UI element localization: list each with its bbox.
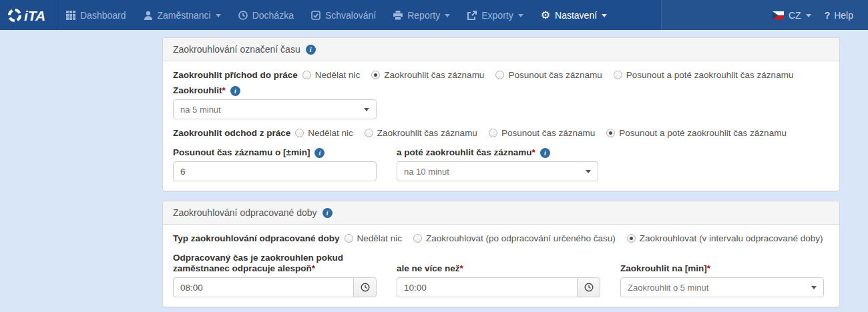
app-logo[interactable]: iTA	[0, 0, 57, 30]
radio-option[interactable]: Zaokrouhlit čas záznamu	[365, 128, 477, 138]
radio-option[interactable]: Posunout čas záznamu	[489, 128, 595, 138]
chevron-down-icon	[602, 14, 607, 17]
radio-option-label: Nedělat nic	[357, 233, 403, 243]
max-worked-label: ale ne více než*	[397, 263, 600, 274]
svg-text:iTA: iTA	[24, 8, 45, 23]
radio-option-label: Posunout a poté zaokrouhlit čas záznamu	[626, 70, 794, 80]
max-worked-time-input[interactable]	[397, 277, 577, 297]
clock-icon	[361, 283, 370, 292]
radio-option[interactable]: Nedělat nic	[295, 128, 353, 138]
round-to-select[interactable]: Zaokrouhlit o 5 minut	[620, 277, 824, 297]
radio-button[interactable]	[489, 129, 497, 137]
gear-icon: ⚙	[541, 10, 550, 21]
nav-item-zamestnanci[interactable]: Zaměstnanci	[135, 0, 230, 30]
radio-option[interactable]: Posunout a poté zaokrouhlit čas záznamu	[614, 70, 794, 80]
chevron-down-icon	[586, 170, 591, 173]
nav-label: Exporty	[481, 10, 513, 21]
min-worked-column: Odpracovaný čas je zaokrouhlen pokud zam…	[173, 247, 377, 297]
radio-option-label: Posunout čas záznamu	[508, 70, 602, 80]
then-round-select[interactable]: na 10 minut	[397, 161, 598, 181]
min-worked-time-input[interactable]	[173, 277, 353, 297]
panel-body: Typ zaokrouhlování odpracované doby Nedě…	[163, 225, 839, 307]
radio-button[interactable]	[302, 71, 311, 79]
radio-option[interactable]: Zaokrouhlovat (v intervalu odpracované d…	[627, 233, 823, 243]
required-asterisk: *	[460, 263, 463, 273]
radio-option[interactable]: Zaokrouhlit čas záznamu	[371, 70, 484, 80]
help-link[interactable]: Help	[825, 10, 853, 21]
radio-option-label: Zaokrouhlit čas záznamu	[377, 128, 477, 138]
round-label: Zaokrouhlit*	[173, 85, 829, 96]
nav-label: Reporty	[407, 10, 440, 21]
clock-icon	[238, 11, 248, 20]
logo-icon: iTA	[7, 7, 50, 24]
required-asterisk: *	[707, 263, 710, 273]
info-icon[interactable]	[314, 148, 324, 158]
info-icon[interactable]	[540, 148, 550, 158]
nav-label: Dashboard	[80, 10, 126, 21]
shift-minutes-input[interactable]	[173, 161, 377, 181]
worked-time-settings-columns: Odpracovaný čas je zaokrouhlen pokud zam…	[173, 247, 829, 297]
required-asterisk: *	[222, 85, 226, 95]
then-round-select-value: na 10 minut	[404, 167, 449, 177]
shift-column: Posunout čas záznamu o [±min]	[173, 142, 377, 181]
required-asterisk: *	[312, 263, 315, 273]
help-label: Help	[834, 10, 853, 21]
radio-option-label: Nedělat nic	[315, 70, 361, 80]
round-select-value: na 5 minut	[180, 105, 221, 115]
question-icon	[825, 10, 831, 21]
radio-button[interactable]	[365, 129, 373, 137]
nav-label: Docházka	[252, 10, 294, 21]
worked-time-type-label: Typ zaokrouhlování odpracované doby	[173, 233, 340, 243]
navbar-right-section: CZ Help	[661, 0, 868, 30]
top-navbar: iTA Dashboard Zaměstnanci Docházka	[0, 0, 868, 30]
min-worked-time-group	[173, 277, 377, 297]
radio-option[interactable]: Nedělat nic	[345, 233, 403, 243]
radio-option-label: Posunout čas záznamu	[501, 128, 595, 138]
radio-option-label: Zaokrouhlovat (v intervalu odpracované d…	[640, 233, 823, 243]
nav-item-dochazka[interactable]: Docházka	[230, 0, 302, 30]
language-switcher[interactable]: CZ	[773, 10, 811, 21]
radio-button-selected[interactable]	[606, 129, 615, 137]
info-icon[interactable]	[322, 208, 333, 218]
radio-button[interactable]	[295, 129, 304, 137]
panel-header: Zaokrouhlování označení času	[163, 38, 839, 61]
arrival-rounding-options: Nedělat nicZaokrouhlit čas záznamuPosuno…	[298, 70, 794, 80]
radio-option-label: Posunout a poté zaokrouhlit čas záznamu	[619, 128, 787, 138]
max-worked-clock-button[interactable]	[577, 277, 600, 297]
departure-settings-columns: Posunout čas záznamu o [±min] a poté zao…	[173, 142, 829, 181]
radio-option[interactable]: Zaokrouhlovat (po odpracování určeného č…	[413, 233, 616, 243]
radio-option-label: Nedělat nic	[308, 128, 353, 138]
check-square-icon	[311, 11, 320, 20]
info-icon[interactable]	[306, 45, 316, 55]
nav-item-schvalovani[interactable]: Schvalování	[302, 0, 385, 30]
settings-page: Zaokrouhlování označení času Zaokrouhlit…	[0, 30, 868, 312]
nav-item-nastaveni[interactable]: ⚙ Nastavení	[532, 0, 616, 30]
radio-button[interactable]	[345, 234, 353, 243]
radio-option[interactable]: Posunout čas záznamu	[495, 70, 602, 80]
departure-rounding-row: Zaokrouhlit odchod z práce Nedělat nicZa…	[173, 128, 829, 138]
panel-worked-time-rounding: Zaokrouhlování odpracované doby Typ zaok…	[162, 201, 840, 307]
radio-option[interactable]: Posunout a poté zaokrouhlit čas záznamu	[606, 128, 787, 138]
radio-option-label: Zaokrouhlovat (po odpracování určeného č…	[426, 233, 616, 243]
user-icon	[144, 11, 153, 20]
chevron-down-icon	[811, 286, 817, 289]
round-to-select-value: Zaokrouhlit o 5 minut	[628, 283, 708, 293]
radio-button[interactable]	[413, 234, 422, 243]
departure-rounding-options: Nedělat nicZaokrouhlit čas záznamuPosuno…	[290, 128, 787, 138]
radio-button-selected[interactable]	[371, 71, 380, 79]
panel-header: Zaokrouhlování odpracované doby	[163, 201, 839, 225]
max-worked-time-group	[397, 277, 600, 297]
worked-time-type-row: Typ zaokrouhlování odpracované doby Nedě…	[173, 233, 829, 243]
nav-item-reporty[interactable]: Reporty	[385, 0, 459, 30]
printer-icon	[393, 11, 403, 20]
round-select[interactable]: na 5 minut	[173, 99, 377, 119]
radio-option[interactable]: Nedělat nic	[302, 70, 361, 80]
info-icon[interactable]	[230, 86, 240, 96]
radio-button[interactable]	[614, 71, 622, 79]
chevron-down-icon	[216, 14, 221, 17]
radio-button[interactable]	[495, 71, 504, 79]
min-worked-clock-button[interactable]	[353, 277, 377, 297]
nav-item-exporty[interactable]: Exporty	[459, 0, 531, 30]
nav-item-dashboard[interactable]: Dashboard	[57, 0, 135, 30]
radio-button-selected[interactable]	[627, 234, 636, 243]
